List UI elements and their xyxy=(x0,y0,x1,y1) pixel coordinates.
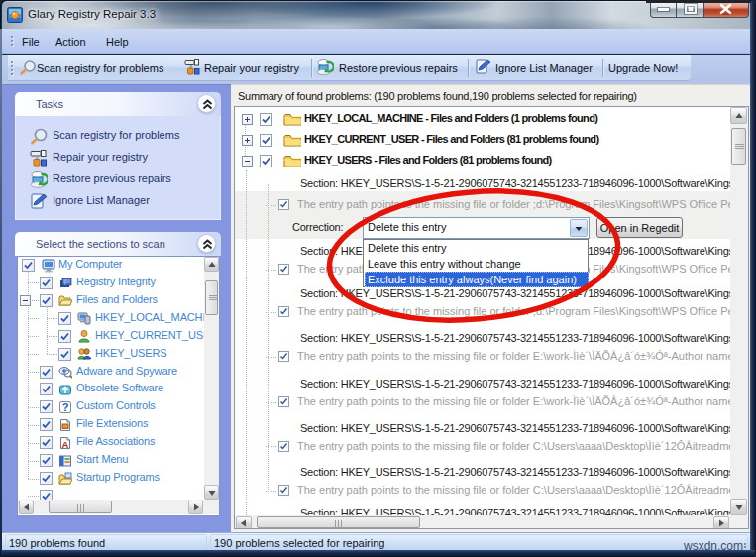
svg-text:?: ? xyxy=(62,401,69,413)
svg-text:A: A xyxy=(62,438,69,449)
